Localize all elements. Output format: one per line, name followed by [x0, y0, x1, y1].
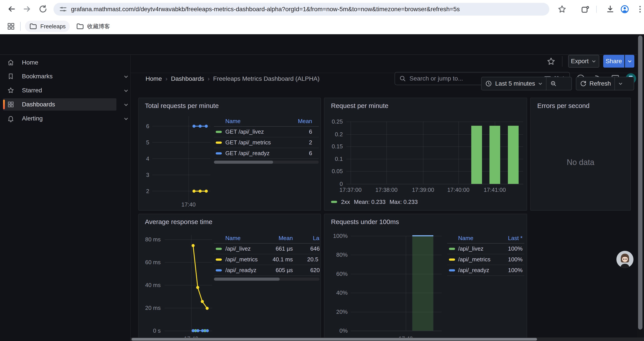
- legend-col-last[interactable]: Last *: [496, 235, 522, 242]
- panel-title[interactable]: Requests under 100ms: [331, 218, 399, 226]
- bell-icon: [7, 115, 14, 122]
- breadcrumb-current: Freeleaps Metrics Dashboard (ALPHA): [213, 75, 320, 82]
- legend-col-mean[interactable]: Mean: [266, 235, 293, 242]
- y-tick: 60%: [324, 270, 348, 277]
- legend-row[interactable]: /api/_livez 100%: [447, 244, 524, 254]
- sidebar-item-alerting[interactable]: Alerting: [3, 112, 116, 125]
- home-icon: [7, 59, 14, 66]
- sidebar-item-label: Bookmarks: [22, 73, 52, 80]
- legend-series-name[interactable]: /api/_readyz: [225, 265, 256, 275]
- x-tick: 17:41:00: [477, 187, 512, 193]
- browser-forward-icon[interactable]: [22, 4, 32, 14]
- sidebar-item-dashboards[interactable]: Dashboards: [3, 98, 116, 111]
- legend-mean: Mean: 0.233: [354, 199, 386, 205]
- legend-mean-value: 6: [286, 148, 312, 158]
- legend-series-name[interactable]: GET /api/_livez: [225, 127, 264, 137]
- series-color-pill: [216, 131, 222, 133]
- legend-col-name[interactable]: Name: [458, 235, 473, 242]
- export-button[interactable]: Export: [568, 55, 599, 68]
- panel-request-per-minute: Request per minute 0.25 0.2 0.15 0.1 0.0…: [324, 98, 527, 211]
- legend-last-value: 100%: [496, 244, 522, 254]
- panel-avg-response-time: Average response time 80 ms 60 ms 40 ms …: [138, 214, 321, 341]
- legend-col-mean[interactable]: Mean: [298, 118, 312, 125]
- legend-col-name[interactable]: Name: [225, 118, 240, 125]
- url-text[interactable]: grafana.mathmast.com/d/deytv4rwavabkb/fr…: [71, 6, 460, 13]
- legend-series-name[interactable]: /api/_livez: [458, 244, 484, 254]
- chevron-down-icon[interactable]: [618, 81, 623, 86]
- zoom-out-icon[interactable]: [550, 80, 557, 87]
- bar-under-100ms[interactable]: [412, 236, 433, 331]
- x-tick: 17:38:00: [369, 187, 404, 193]
- bookmark-folder-blogs[interactable]: 收藏博客: [72, 21, 114, 32]
- legend-row[interactable]: /api/_metrics 40.1 ms 20.5 ms: [214, 254, 320, 265]
- browser-profile-icon[interactable]: [620, 5, 630, 14]
- legend-series-name[interactable]: /api/_readyz: [458, 265, 489, 275]
- y-tick: 0 s: [139, 327, 161, 334]
- refresh-button[interactable]: Refresh: [576, 77, 634, 90]
- refresh-label: Refresh: [590, 80, 611, 87]
- favorite-star-icon[interactable]: [546, 57, 556, 66]
- sidebar-item-bookmarks[interactable]: Bookmarks: [3, 70, 116, 83]
- chevron-down-icon[interactable]: [123, 74, 129, 80]
- bar-2xx[interactable]: [471, 126, 482, 184]
- browser-menu-icon[interactable]: [635, 5, 644, 14]
- horizontal-scrollbar-thumb[interactable]: [132, 338, 537, 340]
- panel-title[interactable]: Request per minute: [331, 102, 388, 110]
- legend-row[interactable]: GET /api/_metrics 2: [214, 137, 319, 148]
- legend-last-value: 100%: [496, 265, 522, 275]
- legend-row[interactable]: /api/_livez 661 µs 646 µs: [214, 244, 320, 254]
- bookmark-folder-freeleaps[interactable]: Freeleaps: [25, 21, 70, 32]
- legend-row[interactable]: GET /api/_livez 6: [214, 127, 319, 137]
- bar-2xx[interactable]: [508, 126, 518, 184]
- breadcrumb-home[interactable]: Home: [146, 75, 162, 82]
- legend-header: Name Mean: [214, 117, 319, 127]
- legend-series-name[interactable]: 2xx: [341, 199, 350, 205]
- legend-series-name[interactable]: /api/_metrics: [458, 254, 490, 265]
- panel-title[interactable]: Average response time: [145, 218, 212, 226]
- sidebar-item-starred[interactable]: Starred: [3, 84, 116, 97]
- download-icon[interactable]: [606, 5, 615, 14]
- bookmark-star-icon[interactable]: [557, 5, 567, 14]
- legend-series-name[interactable]: /api/_metrics: [225, 254, 258, 265]
- chevron-down-icon[interactable]: [123, 116, 129, 122]
- y-tick: 0.2: [324, 131, 343, 138]
- chevron-down-icon[interactable]: [123, 102, 129, 108]
- legend-inline[interactable]: 2xx Mean: 0.233 Max: 0.233: [331, 199, 418, 205]
- legend-row[interactable]: GET /api/_readyz 6: [214, 148, 319, 159]
- vertical-scrollbar-thumb[interactable]: [638, 36, 642, 329]
- breadcrumb-dashboards[interactable]: Dashboards: [171, 75, 204, 82]
- legend-table: Name Last * /api/_livez 100% /api/_metri…: [447, 234, 524, 276]
- legend-series-name[interactable]: GET /api/_metrics: [225, 137, 271, 148]
- bookmarks-bar: Freeleaps 收藏博客: [0, 19, 644, 34]
- legend-row[interactable]: /api/_metrics 100%: [447, 254, 524, 265]
- legend-series-name[interactable]: GET /api/_readyz: [225, 148, 270, 158]
- share-button[interactable]: Share: [603, 55, 624, 68]
- sidebar-item-label: Dashboards: [22, 101, 55, 108]
- address-bar[interactable]: grafana.mathmast.com/d/deytv4rwavabkb/fr…: [54, 3, 549, 16]
- sidebar-item-label: Home: [22, 59, 38, 66]
- legend-col-last[interactable]: Last *: [301, 235, 320, 242]
- legend-row[interactable]: /api/_readyz 605 µs 620 µs: [214, 265, 320, 276]
- site-settings-icon[interactable]: [59, 5, 68, 14]
- legend-col-name[interactable]: Name: [225, 235, 240, 242]
- y-tick: 40%: [324, 289, 348, 296]
- sidebar-item-home[interactable]: Home: [3, 56, 116, 69]
- apps-grid-icon[interactable]: [6, 22, 15, 31]
- assistant-avatar[interactable]: [616, 251, 634, 268]
- legend-series-name[interactable]: /api/_livez: [225, 244, 251, 254]
- legend-scrollbar[interactable]: [214, 278, 320, 281]
- actions-divider: [562, 56, 562, 67]
- share-dropdown-button[interactable]: [625, 55, 634, 68]
- browser-reload-icon[interactable]: [38, 4, 48, 14]
- series-color-pill: [449, 248, 455, 250]
- browser-back-icon[interactable]: [6, 4, 16, 14]
- legend-last-value: 620 µs: [301, 265, 320, 275]
- extensions-icon[interactable]: [580, 5, 590, 14]
- time-range-picker[interactable]: Last 5 minutes: [481, 77, 572, 90]
- chevron-down-icon[interactable]: [123, 88, 129, 94]
- panel-title[interactable]: Total requests per minute: [145, 102, 219, 110]
- legend-scrollbar[interactable]: [214, 161, 319, 164]
- bar-2xx[interactable]: [490, 126, 500, 184]
- panel-title[interactable]: Errors per second: [537, 102, 590, 110]
- legend-row[interactable]: /api/_readyz 100%: [447, 265, 524, 276]
